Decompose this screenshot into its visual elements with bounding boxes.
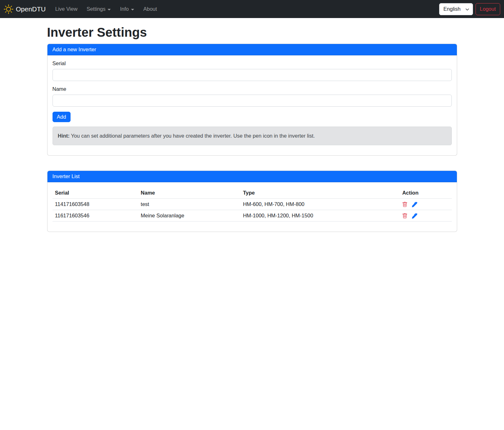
cell-type: HM-1000, HM-1200, HM-1500 <box>240 210 400 221</box>
serial-label: Serial <box>53 60 452 66</box>
hint-label: Hint: <box>58 133 70 139</box>
add-inverter-card: Add a new Inverter Serial Name Add Hint:… <box>47 44 457 156</box>
language-select-value: English <box>444 6 461 12</box>
cell-serial: 116171603546 <box>53 210 138 221</box>
table-header-row: Serial Name Type Action <box>53 187 452 199</box>
pencil-icon <box>412 202 417 207</box>
delete-inverter-button[interactable] <box>402 213 408 219</box>
hint-alert: Hint: You can set additional parameters … <box>53 127 452 145</box>
cell-serial: 114171603548 <box>53 198 138 210</box>
cell-action <box>400 210 451 221</box>
nav-item-about[interactable]: About <box>141 3 159 15</box>
add-button[interactable]: Add <box>53 112 71 122</box>
edit-inverter-button[interactable] <box>412 213 417 219</box>
inverter-list-card-header: Inverter List <box>47 171 457 182</box>
delete-inverter-button[interactable] <box>402 202 408 207</box>
logout-button[interactable]: Logout <box>476 3 500 15</box>
add-inverter-card-body: Serial Name Add Hint: You can set additi… <box>47 55 457 155</box>
brand-label: OpenDTU <box>16 5 46 13</box>
cell-action <box>400 198 451 210</box>
column-header-serial: Serial <box>53 187 138 199</box>
column-header-action: Action <box>400 187 451 199</box>
cell-name: test <box>138 198 240 210</box>
nav-item-settings[interactable]: Settings <box>84 3 114 15</box>
serial-input[interactable] <box>53 69 452 81</box>
trash-icon <box>402 202 408 207</box>
cell-name: Meine Solaranlage <box>138 210 240 221</box>
top-navbar: OpenDTU Live View Settings Info About En… <box>0 0 504 18</box>
edit-inverter-button[interactable] <box>412 202 417 207</box>
nav-item-info[interactable]: Info <box>117 3 137 15</box>
inverter-list-card: Inverter List Serial Name Type Action <box>47 171 457 232</box>
chevron-down-icon <box>131 9 134 10</box>
chevron-down-icon <box>465 8 469 11</box>
navbar-right: English Logout <box>439 3 500 15</box>
navbar-menu: Live View Settings Info About <box>53 3 439 15</box>
trash-icon <box>402 213 408 219</box>
column-header-type: Type <box>240 187 400 199</box>
page-title: Inverter Settings <box>47 25 457 40</box>
nav-item-live-view[interactable]: Live View <box>53 3 80 15</box>
inverter-list-card-body: Serial Name Type Action 114171603548 tes… <box>47 182 457 232</box>
sun-icon <box>4 4 13 14</box>
chevron-down-icon <box>108 9 111 10</box>
name-label: Name <box>53 86 452 92</box>
language-select[interactable]: English <box>439 3 473 15</box>
cell-type: HM-600, HM-700, HM-800 <box>240 198 400 210</box>
name-input[interactable] <box>53 95 452 107</box>
inverter-table: Serial Name Type Action 114171603548 tes… <box>53 187 452 221</box>
brand-link[interactable]: OpenDTU <box>4 4 50 14</box>
main-container: Inverter Settings Add a new Inverter Ser… <box>43 25 461 232</box>
table-row: 114171603548 test HM-600, HM-700, HM-800 <box>53 198 452 210</box>
column-header-name: Name <box>138 187 240 199</box>
pencil-icon <box>412 213 417 219</box>
table-row: 116171603546 Meine Solaranlage HM-1000, … <box>53 210 452 221</box>
hint-text: You can set additional parameters after … <box>70 133 315 139</box>
add-inverter-card-header: Add a new Inverter <box>47 44 457 55</box>
